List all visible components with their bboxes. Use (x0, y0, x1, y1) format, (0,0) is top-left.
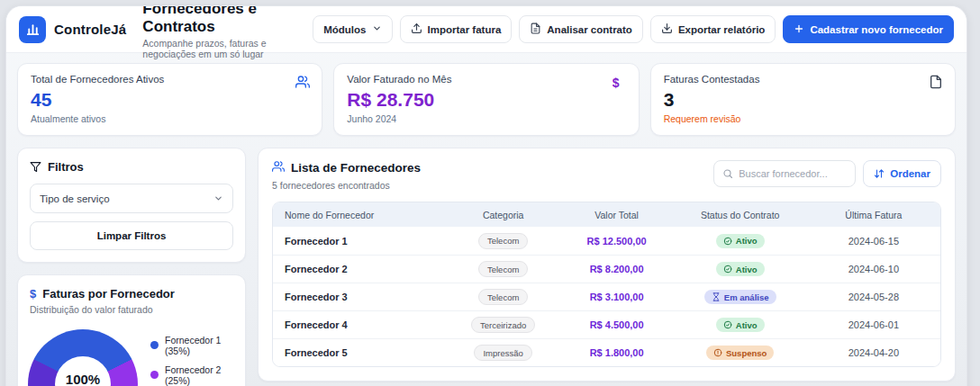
download-icon (661, 22, 673, 36)
chart-area: 100% Total Fornecedor 1 (35%) Fo (30, 329, 233, 386)
content: Total de Fornecedores Ativos 45 Atualmen… (6, 53, 966, 386)
alert-circle-icon (713, 348, 722, 357)
search-icon (722, 168, 733, 179)
supplier-name: Fornecedor 5 (273, 347, 447, 358)
column-header-name: Nome do Fornecedor (273, 210, 447, 220)
chart-title: Faturas por Fornecedor (42, 287, 175, 301)
chart-subtitle: Distribuição do valor faturado (30, 304, 233, 315)
stat-value: 45 (31, 89, 309, 111)
table-row[interactable]: Fornecedor 4 Terceirizado R$ 4.500,00 At… (273, 310, 940, 338)
chevron-down-icon (372, 23, 382, 35)
supplier-name: Fornecedor 1 (273, 236, 447, 247)
stat-label: Total de Fornecedores Ativos (31, 74, 309, 85)
donut-chart: 100% Total (28, 329, 138, 386)
modules-dropdown-button[interactable]: Módulos (313, 15, 392, 43)
users-icon (295, 75, 310, 89)
stat-label: Valor Faturado no Mês (347, 74, 625, 85)
table-row[interactable]: Fornecedor 5 Impressão R$ 1.800,00 Suspe… (273, 338, 940, 366)
table-header-row: Nome do Fornecedor Categoria Valor Total… (273, 202, 940, 227)
search-input[interactable] (739, 168, 847, 179)
chart-legend: Fornecedor 1 (35%) Fornecedor 2 (25%) Fo… (150, 335, 233, 386)
plus-icon (794, 23, 804, 36)
legend-item: Fornecedor 1 (35%) (150, 335, 233, 356)
import-invoice-label: Importar fatura (428, 24, 502, 35)
dollar-icon: $ (612, 75, 627, 89)
invoices-chart-panel: $ Faturas por Fornecedor Distribuição do… (17, 274, 246, 386)
last-invoice-date: 2024-06-01 (807, 319, 940, 330)
list-count: 5 fornecedores encontrados (272, 180, 421, 191)
supplier-total-value: R$ 1.800,00 (560, 347, 674, 358)
last-invoice-date: 2024-04-20 (807, 347, 940, 358)
list-tools: Ordenar (713, 160, 941, 187)
stat-card-invoiced-value: Valor Faturado no Mês R$ 28.750 Junho 20… (333, 63, 639, 136)
table-row[interactable]: Fornecedor 1 Telecom R$ 12.500,00 Ativo … (273, 227, 940, 255)
import-invoice-button[interactable]: Importar fatura (400, 15, 513, 43)
column-header-status: Status do Contrato (674, 210, 807, 220)
stat-subtext: Requerem revisão (664, 113, 942, 124)
sort-button[interactable]: Ordenar (863, 160, 941, 187)
stat-subtext: Junho 2024 (347, 113, 625, 124)
column-header-category: Categoria (447, 210, 560, 220)
supplier-category: Telecom (447, 261, 560, 277)
contract-status: Suspenso (674, 346, 807, 360)
status-badge: Suspenso (706, 346, 774, 360)
analyze-contract-button[interactable]: Analisar contrato (519, 15, 643, 43)
list-title-block: Lista de Fornecedores 5 fornecedores enc… (272, 160, 421, 191)
page-title-block: Fornecedores e Contratos Acompanhe prazo… (142, 5, 296, 59)
brand: ControleJá (19, 16, 126, 43)
legend-dot (150, 341, 159, 349)
export-report-label: Exportar relatório (678, 24, 766, 35)
filters-panel: Filtros Tipo de serviço Limpar Filtros (17, 148, 246, 263)
supplier-name: Fornecedor 3 (273, 292, 447, 302)
funnel-icon (30, 161, 41, 173)
brand-name: ControleJá (54, 22, 126, 37)
register-supplier-button[interactable]: Cadastrar novo fornecedor (783, 15, 954, 43)
supplier-list-panel: Lista de Fornecedores 5 fornecedores enc… (258, 148, 956, 382)
supplier-category: Telecom (447, 289, 560, 305)
users-icon (272, 160, 285, 175)
analyze-contract-label: Analisar contrato (547, 24, 632, 35)
header-actions: Módulos Importar fatura Analisar contrat… (313, 15, 954, 43)
supplier-name: Fornecedor 2 (273, 264, 447, 274)
supplier-category: Impressão (447, 345, 560, 361)
last-invoice-date: 2024-05-28 (807, 292, 940, 302)
contract-status: Ativo (674, 318, 807, 332)
filters-header: Filtros (30, 160, 233, 174)
page-subtitle: Acompanhe prazos, faturas e negociações … (142, 38, 296, 59)
donut-center-value: 100% (66, 372, 100, 386)
clear-filters-button[interactable]: Limpar Filtros (30, 221, 233, 250)
status-badge: Ativo (716, 262, 765, 276)
lower-section: Filtros Tipo de serviço Limpar Filtros $… (17, 148, 956, 386)
status-badge: Ativo (716, 318, 765, 332)
legend-dot (150, 371, 159, 379)
stats-row: Total de Fornecedores Ativos 45 Atualmen… (17, 63, 956, 136)
stat-card-active-suppliers: Total de Fornecedores Ativos 45 Atualmen… (17, 63, 322, 136)
filters-title: Filtros (48, 160, 84, 174)
sort-label: Ordenar (890, 168, 930, 179)
modules-label: Módulos (323, 24, 366, 35)
dollar-icon: $ (30, 287, 36, 301)
supplier-total-value: R$ 3.100,00 (560, 292, 674, 302)
legend-label: Fornecedor 2 (25%) (165, 364, 233, 386)
stat-card-contested-invoices: Faturas Contestadas 3 Requerem revisão (650, 63, 956, 136)
suppliers-table: Nome do Fornecedor Categoria Valor Total… (272, 202, 941, 367)
status-badge: Ativo (716, 234, 765, 248)
supplier-total-value: R$ 8.200,00 (560, 264, 674, 274)
upload-icon (411, 22, 422, 36)
legend-item: Fornecedor 2 (25%) (150, 364, 233, 386)
sort-icon (874, 168, 885, 179)
chevron-down-icon (213, 193, 223, 203)
stat-value: R$ 28.750 (347, 89, 625, 111)
service-type-select[interactable]: Tipo de serviço (30, 184, 233, 213)
list-title-row: Lista de Fornecedores (272, 160, 421, 175)
legend-label: Fornecedor 1 (35%) (165, 335, 233, 356)
supplier-category: Telecom (447, 233, 560, 249)
file-text-icon (530, 22, 541, 36)
supplier-total-value: R$ 4.500,00 (560, 319, 674, 330)
status-badge: Em análise (704, 290, 776, 304)
export-report-button[interactable]: Exportar relatório (650, 15, 776, 43)
list-header: Lista de Fornecedores 5 fornecedores enc… (259, 148, 955, 200)
table-row[interactable]: Fornecedor 2 Telecom R$ 8.200,00 Ativo 2… (273, 255, 940, 283)
table-row[interactable]: Fornecedor 3 Telecom R$ 3.100,00 Em anál… (273, 283, 940, 310)
register-supplier-label: Cadastrar novo fornecedor (810, 24, 943, 35)
